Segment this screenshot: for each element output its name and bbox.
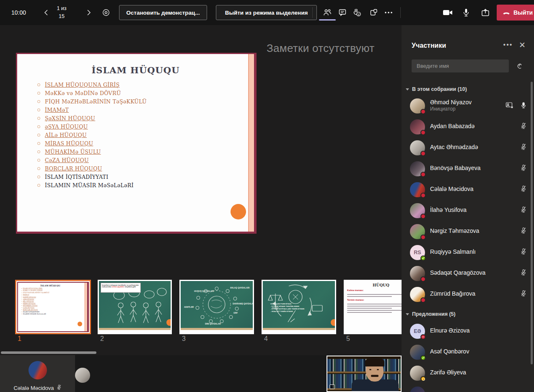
avatar: RS [410, 245, 425, 260]
mic-muted-icon[interactable] [521, 185, 526, 192]
thumbnail-number-4: 4 [264, 335, 268, 343]
presence-badge [420, 172, 426, 177]
mic-muted-icon[interactable] [521, 206, 526, 213]
raise-hand-button[interactable] [350, 6, 364, 19]
slide-list-item-text: İSLAM İQTİSADİYYATI [45, 174, 108, 180]
more-options-button[interactable] [382, 6, 395, 19]
avatar [410, 224, 425, 239]
presence-badge [420, 355, 426, 361]
slide-list-item: MÜHAKİMə ÜSULU [37, 147, 254, 156]
participant-row[interactable]: RS Ruqiyyə Salmanlı [402, 242, 534, 263]
presence-badge [420, 130, 426, 135]
suggested-participant-row[interactable]: EƏ Elnurə Əzizova [402, 321, 534, 342]
participant-row[interactable]: Zümrüd Bağırova [402, 284, 534, 305]
participants-button[interactable] [320, 6, 335, 19]
mic-muted-icon[interactable] [521, 290, 526, 297]
previous-slide-button[interactable] [39, 6, 53, 19]
share-screen-button[interactable] [479, 6, 492, 19]
avatar [410, 387, 425, 392]
chat-button[interactable] [336, 6, 349, 19]
current-slide[interactable]: İSLAM HÜQUQU İSLAM HÜQUQUNA GİRİŞ MəKKə … [16, 53, 257, 234]
panel-more-options-button[interactable]: ••• [502, 41, 514, 51]
participant-row[interactable]: Aydan Babazadə [402, 116, 534, 137]
avatar [410, 203, 425, 218]
exit-highlight-mode-button[interactable]: Выйти из режима выделения [216, 5, 317, 20]
copy-link-icon[interactable] [515, 62, 524, 71]
next-slide-button[interactable] [82, 6, 96, 19]
hang-up-icon [503, 10, 510, 15]
slide-list-item-text: İSLAMIN MÜASİR MəSəLəLəRİ [45, 182, 134, 188]
stop-presenting-button[interactable]: Остановить демонстрац... [119, 5, 207, 20]
slide-accent-circle [231, 204, 246, 219]
participant-row[interactable]: Bənövşə Babayeva [402, 158, 534, 179]
presence-badge [420, 235, 426, 240]
participant-row[interactable]: İlahə Yusifova [402, 200, 534, 221]
participants-panel: Участники ••• ✕ В этом собрании (10) Əhm… [402, 25, 534, 392]
mic-muted-icon[interactable] [521, 143, 526, 150]
slide-thumbnail-4[interactable]: HÜQUQUN FUNKSİYASI - İCTİMAİ NİZAMI TƏNZ… [262, 280, 336, 334]
slide-list-item-text: ŞəXSİN HÜQUQU [45, 115, 95, 121]
bullet-icon [37, 125, 40, 128]
bullet-icon [37, 167, 40, 170]
participant-name: Aytac Əhmədzadə [430, 144, 478, 150]
slide-thumbnail-1[interactable]: İSLAM HÜQUQU İSLAM HÜQUQUNA GİRİŞ MəKKə … [15, 280, 91, 334]
slide-list-item: MİRAS HÜQUQU [37, 139, 254, 147]
in-meeting-section-header[interactable]: В этом собрании (10) [406, 86, 467, 92]
presenter-notes-placeholder: Заметки отсутствуют [267, 42, 374, 55]
mic-muted-icon[interactable] [521, 227, 526, 234]
tile-participant-name: Cəlalə Məcidova [13, 385, 54, 391]
suggestions-section-header[interactable]: Предложения (5) [406, 311, 456, 317]
bullet-icon [37, 159, 40, 162]
spotlight-icon[interactable] [505, 101, 514, 109]
slide-list-item: İSLAMIN MÜASİR MəSəLəLəRİ [37, 181, 254, 189]
slide-thumbnail-3[interactable]: HÜQUQ QAYDALARI ƏXLAQ QAYDALARI DAVRANIŞ… [179, 280, 254, 334]
highlight-eye-icon[interactable] [99, 6, 113, 19]
mic-muted-icon[interactable] [521, 248, 526, 255]
leave-call-button[interactable]: Выйти [497, 5, 534, 21]
camera-button[interactable] [440, 6, 455, 19]
slide-list-item-text: əŞYA HÜQUQU [45, 124, 88, 130]
suggested-participant-row[interactable] [402, 384, 534, 392]
bullet-icon [37, 142, 40, 145]
avatar [410, 119, 425, 134]
presence-badge [420, 297, 426, 303]
speaker-video-tile[interactable] [327, 356, 402, 392]
breakout-rooms-button[interactable] [367, 6, 381, 19]
thumbnail-number-1: 1 [18, 335, 21, 343]
search-input[interactable] [412, 59, 509, 72]
thumbnail-text-lines: HÜQUQUN FUNKSİYASI - İCTİMAİ NİZAMI TƏNZ… [270, 303, 333, 313]
toolbar-divider [312, 7, 313, 18]
participant-row[interactable]: Cəlalə Məcidova [402, 179, 534, 200]
suggested-participant-row[interactable]: Asəf Qənbərov [402, 342, 534, 363]
participant-name: Zərifə Əliyeva [430, 369, 466, 376]
slide-thumbnail-2[interactable]: İnsanların müəyyən təcrübələr və şərtləş… [98, 280, 172, 334]
filmstrip-scrollbar[interactable] [1, 351, 96, 354]
bookshelf-background [327, 359, 401, 371]
thumbnail-number-2: 2 [100, 335, 104, 343]
in-meeting-section-label: В этом собрании (10) [412, 86, 467, 92]
slide-list-item: əŞYA HÜQUQU [37, 122, 254, 131]
slide-counter: 1 из 15 [53, 5, 70, 21]
participant-row[interactable]: Aytac Əhmədzadə [402, 137, 534, 158]
bullet-icon [37, 184, 40, 187]
participant-row[interactable]: Nərgiz Təhməzova [402, 221, 534, 242]
panel-scrollbar[interactable] [531, 82, 533, 364]
avatar: EƏ [410, 324, 425, 339]
participant-tile[interactable]: Cəlalə Məcidova [0, 355, 75, 392]
participant-row[interactable]: Sədaqət Qaragözova [402, 263, 534, 284]
panel-close-button[interactable]: ✕ [517, 40, 527, 50]
mic-on-icon[interactable] [521, 102, 526, 109]
suggestions-section-label: Предложения (5) [412, 311, 456, 317]
participant-name: Ruqiyyə Salmanlı [430, 248, 476, 255]
bullet-icon [37, 100, 40, 103]
participant-name: Əhməd Niyazov [430, 99, 472, 106]
avatar[interactable] [75, 368, 90, 383]
mic-muted-icon[interactable] [521, 122, 526, 129]
suggested-participant-row[interactable]: Zərifə Əliyeva [402, 363, 534, 384]
thumbnail-slide-title: İSLAM HÜQUQU [21, 284, 80, 287]
microphone-button[interactable] [459, 6, 473, 19]
mic-muted-icon[interactable] [521, 269, 526, 276]
selected-thumbnail-border: İSLAM HÜQUQU İSLAM HÜQUQUNA GİRİŞ MəKKə … [15, 280, 91, 334]
mic-muted-icon[interactable] [521, 164, 526, 171]
participant-row[interactable]: Əhməd Niyazov Инициатор [402, 95, 534, 116]
